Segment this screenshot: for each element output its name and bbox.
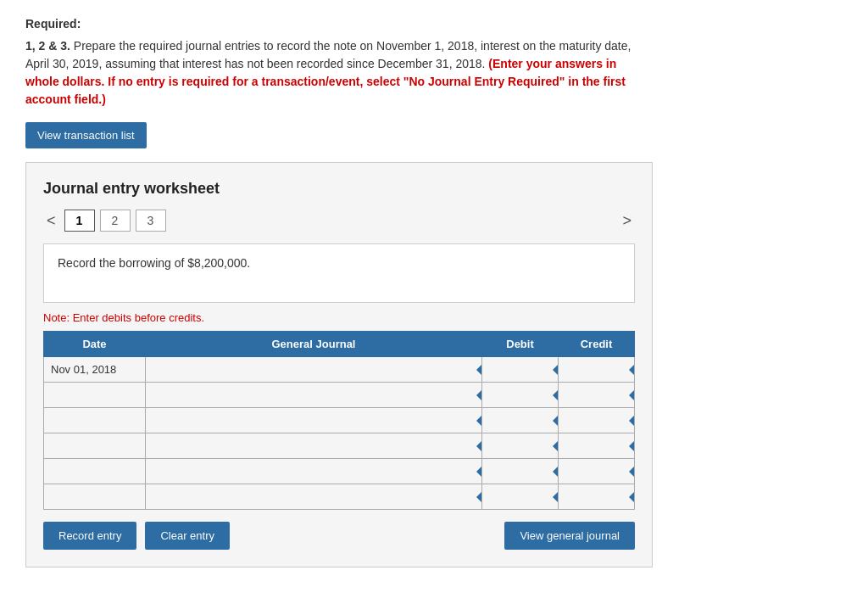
worksheet-title: Journal entry worksheet xyxy=(43,180,635,198)
date-cell-6 xyxy=(44,484,146,510)
journal-input-6[interactable] xyxy=(146,484,481,509)
tab-3[interactable]: 3 xyxy=(136,210,166,232)
view-transaction-list-button[interactable]: View transaction list xyxy=(25,122,147,148)
credit-input-4[interactable] xyxy=(559,433,634,458)
instructions-bold: 1, 2 & 3. xyxy=(25,39,70,53)
credit-marker-4 xyxy=(629,441,634,451)
tab-1[interactable]: 1 xyxy=(64,210,95,232)
row-marker-2 xyxy=(476,390,481,400)
row-marker-4 xyxy=(476,441,481,451)
journal-cell-2[interactable] xyxy=(146,383,482,408)
debit-cell-6[interactable] xyxy=(482,484,559,510)
next-tab-arrow[interactable]: > xyxy=(619,210,635,232)
note-text: Note: Enter debits before credits. xyxy=(43,311,635,324)
debit-marker-2 xyxy=(553,390,558,400)
credit-cell-5[interactable] xyxy=(559,459,635,484)
col-header-date: Date xyxy=(44,332,146,357)
credit-input-1[interactable] xyxy=(559,357,634,382)
journal-input-2[interactable] xyxy=(146,383,481,407)
col-header-debit: Debit xyxy=(482,332,559,357)
debit-input-5[interactable] xyxy=(482,459,558,484)
debit-input-6[interactable] xyxy=(482,484,558,509)
table-row xyxy=(44,484,635,510)
debit-cell-1[interactable] xyxy=(482,357,559,383)
credit-marker-2 xyxy=(629,390,634,400)
debit-cell-3[interactable] xyxy=(482,408,559,433)
date-cell-5 xyxy=(44,459,146,484)
date-cell-3 xyxy=(44,408,146,433)
date-cell-4 xyxy=(44,433,146,459)
debit-input-4[interactable] xyxy=(482,433,558,458)
credit-input-3[interactable] xyxy=(559,408,634,433)
credit-input-5[interactable] xyxy=(559,459,634,484)
credit-marker-1 xyxy=(629,365,634,375)
table-row xyxy=(44,408,635,433)
debit-marker-4 xyxy=(553,441,558,451)
debit-marker-5 xyxy=(553,467,558,477)
row-marker-6 xyxy=(476,492,481,502)
tab-2[interactable]: 2 xyxy=(100,210,131,232)
table-row xyxy=(44,383,635,408)
journal-input-3[interactable] xyxy=(146,408,481,433)
credit-cell-4[interactable] xyxy=(559,433,635,459)
journal-cell-4[interactable] xyxy=(146,433,482,459)
journal-input-5[interactable] xyxy=(146,459,481,484)
clear-entry-button[interactable]: Clear entry xyxy=(145,522,230,550)
debit-cell-5[interactable] xyxy=(482,459,559,484)
credit-input-2[interactable] xyxy=(559,383,634,407)
credit-cell-2[interactable] xyxy=(559,383,635,408)
debit-input-3[interactable] xyxy=(482,408,558,433)
credit-marker-6 xyxy=(629,492,634,502)
credit-marker-5 xyxy=(629,467,634,477)
journal-input-1[interactable] xyxy=(146,357,481,382)
debit-cell-2[interactable] xyxy=(482,383,559,408)
debit-input-2[interactable] xyxy=(482,383,558,407)
debit-cell-4[interactable] xyxy=(482,433,559,459)
table-row: Nov 01, 2018 xyxy=(44,357,635,383)
journal-cell-1[interactable] xyxy=(146,357,482,383)
journal-entry-table: Date General Journal Debit Credit Nov 01… xyxy=(43,331,635,510)
credit-cell-6[interactable] xyxy=(559,484,635,510)
credit-cell-3[interactable] xyxy=(559,408,635,433)
debit-marker-6 xyxy=(553,492,558,502)
col-header-credit: Credit xyxy=(559,332,635,357)
instructions: 1, 2 & 3. Prepare the required journal e… xyxy=(25,37,636,109)
date-cell-2 xyxy=(44,383,146,408)
col-header-journal: General Journal xyxy=(146,332,482,357)
prev-tab-arrow[interactable]: < xyxy=(43,210,59,232)
journal-cell-6[interactable] xyxy=(146,484,482,510)
journal-input-4[interactable] xyxy=(146,433,481,458)
credit-input-6[interactable] xyxy=(559,484,634,509)
date-cell-1: Nov 01, 2018 xyxy=(44,357,146,383)
row-marker-5 xyxy=(476,467,481,477)
debit-marker-1 xyxy=(553,365,558,375)
table-row xyxy=(44,459,635,484)
tab-nav: < 1 2 3 > xyxy=(43,210,635,232)
description-box: Record the borrowing of $8,200,000. xyxy=(43,243,635,303)
row-marker-3 xyxy=(476,416,481,426)
bottom-buttons: Record entry Clear entry View general jo… xyxy=(43,522,635,550)
credit-cell-1[interactable] xyxy=(559,357,635,383)
worksheet-container: Journal entry worksheet < 1 2 3 > Record… xyxy=(25,162,653,567)
table-row xyxy=(44,433,635,459)
view-general-journal-button[interactable]: View general journal xyxy=(504,522,635,550)
credit-marker-3 xyxy=(629,416,634,426)
debit-input-1[interactable] xyxy=(482,357,558,382)
record-entry-button[interactable]: Record entry xyxy=(43,522,136,550)
row-marker-1 xyxy=(476,365,481,375)
journal-cell-3[interactable] xyxy=(146,408,482,433)
required-label: Required: xyxy=(25,17,843,31)
journal-cell-5[interactable] xyxy=(146,459,482,484)
debit-marker-3 xyxy=(553,416,558,426)
